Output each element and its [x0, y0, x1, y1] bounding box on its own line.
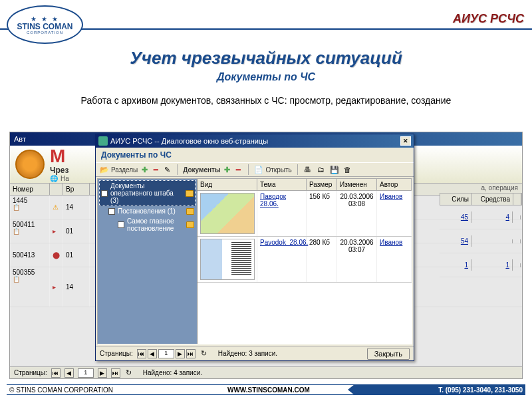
footer-copyright: © STINS COMAN CORPORATION — [7, 386, 183, 394]
bg-header-row3: 🌐 На — [50, 175, 69, 182]
bg-titlebar-text-left: Авт — [14, 135, 26, 143]
cell-sredstva[interactable]: 1 — [471, 259, 513, 271]
section-edit-button[interactable]: ✎ — [162, 165, 172, 174]
doc-avtor-link[interactable]: Иванов — [380, 239, 402, 246]
dialog-subtitle: Документы по ЧС — [96, 148, 414, 162]
doc-rows: Паводок 28.06. 156 Кб 20.03.2006 03:08 И… — [198, 191, 412, 344]
doc-thumbnail[interactable] — [200, 239, 255, 280]
tree-item[interactable]: Самое главное постановление — [99, 216, 196, 233]
row-vr: 14 — [63, 196, 90, 219]
dlg-found-label: Найдено: 3 записи. — [218, 350, 277, 357]
logo-stars: ★ ★ ★ — [31, 15, 59, 23]
doc-column-headers: Вид Тема Размер Изменен Автор — [198, 179, 412, 191]
folder-icon — [186, 190, 194, 197]
col-blank — [50, 184, 63, 195]
open-group[interactable]: 📄 Открыть — [254, 165, 291, 174]
tool-icon-1[interactable]: 🖶 — [303, 165, 313, 174]
doc-thumbnail[interactable] — [200, 193, 255, 234]
cell-sredstva[interactable]: 4 — [471, 211, 513, 223]
dlg-pages-label: Страницы: — [100, 350, 133, 357]
logo-subtext: CORPORATION — [27, 31, 63, 35]
right-row: 45 4 — [440, 205, 522, 229]
tool-icon-4[interactable]: 🗑 — [343, 165, 352, 174]
checkbox-icon[interactable] — [108, 208, 115, 215]
save-icon[interactable]: 💾 — [330, 165, 339, 174]
page-footer: © STINS COMAN CORPORATION WWW.STINSCOMAN… — [7, 384, 525, 395]
row-vr: 01 — [63, 219, 90, 243]
dialog: АИУС РСЧС -- Диалоговое окно веб-страниц… — [95, 134, 414, 361]
close-icon[interactable]: ✕ — [400, 136, 411, 146]
dialog-titlebar[interactable]: АИУС РСЧС -- Диалоговое окно веб-страниц… — [96, 134, 414, 148]
cell-sredstva — [471, 239, 513, 243]
tree-label: Самое главное постановление — [127, 217, 184, 232]
cell-sily[interactable]: 1 — [440, 259, 471, 271]
brand-right: АИУС РСЧС — [453, 12, 524, 26]
checkbox-icon[interactable] — [101, 190, 108, 197]
document-area: Вид Тема Размер Изменен Автор Паводок 28… — [198, 179, 412, 344]
page-last-button[interactable]: ⏭ — [111, 368, 120, 378]
bg-found-label: Найдено: 4 записи. — [143, 369, 202, 376]
page-first-button[interactable]: ⏮ — [137, 349, 146, 358]
doc-tema-link[interactable]: Pavodok_28.06. — [260, 239, 308, 246]
page-select[interactable]: 1 — [158, 349, 174, 358]
page-next-button[interactable]: ▶ — [98, 368, 107, 378]
tool-icon-2[interactable]: 🗂 — [317, 165, 326, 174]
col-vr[interactable]: Вр — [63, 184, 90, 195]
section-add-button[interactable]: ✚ — [140, 165, 149, 174]
sections-label: Разделы — [111, 166, 138, 174]
dialog-footer: Страницы: ⏮ ◀ 1 ▶ ⏭ ↻ Найдено: 3 записи.… — [96, 346, 414, 360]
app-window: Авт М Чрез 🌐 На Номер Вр 1445 📋 — [9, 132, 523, 379]
col-sily[interactable]: Силы — [440, 194, 472, 205]
col-izmenen[interactable]: Изменен — [337, 179, 377, 190]
emblem-icon — [15, 150, 45, 179]
page-title: Учет чрезвычайных ситуаций — [0, 48, 532, 68]
footer-phone: Т. (095) 231-3040, 231-3050 — [354, 385, 525, 394]
bg-pages-label: Страницы: — [14, 369, 47, 376]
tree-panel: Документы оперативного штаба (3) Постано… — [98, 179, 198, 344]
cell-sily[interactable]: 45 — [440, 211, 471, 223]
doc-tema-link[interactable]: Паводок 28.06. — [260, 193, 286, 207]
doc-izmenen: 20.03.2006 03:08 — [337, 191, 377, 236]
pager: ⏮ ◀ 1 ▶ ⏭ — [137, 349, 196, 358]
checkbox-icon[interactable] — [118, 221, 124, 228]
page-description: Работа с архивом документов, связанных с… — [0, 95, 532, 106]
refresh-icon[interactable]: ↻ — [124, 368, 134, 378]
documents-group: Документы ✚ ━ — [183, 165, 243, 174]
close-button[interactable]: Закрыть — [367, 348, 410, 360]
documents-label: Документы — [183, 166, 220, 174]
doc-row[interactable]: Паводок 28.06. 156 Кб 20.03.2006 03:08 И… — [198, 191, 412, 237]
open-label: Открыть — [265, 166, 291, 174]
col-vid[interactable]: Вид — [198, 179, 257, 190]
col-sredstva[interactable]: Средства — [472, 194, 513, 205]
bg-header-row3-text: На — [61, 175, 69, 182]
cell-sily[interactable]: 54 — [440, 235, 471, 247]
page-prev-button[interactable]: ◀ — [148, 349, 157, 358]
page-select[interactable]: 1 — [78, 368, 94, 378]
doc-remove-button[interactable]: ━ — [233, 165, 243, 174]
open-icon: 📄 — [254, 165, 263, 174]
col-razmer[interactable]: Размер — [307, 179, 337, 190]
col-avtor[interactable]: Автор — [377, 179, 412, 190]
row-nomer: 1445 — [13, 197, 27, 204]
col-nomer[interactable]: Номер — [10, 184, 50, 195]
doc-row[interactable]: Pavodok_28.06. 280 Кб 20.03.2006 03:07 И… — [198, 237, 412, 283]
dialog-body: Документы оперативного штаба (3) Постано… — [97, 178, 412, 344]
page-last-button[interactable]: ⏭ — [186, 349, 196, 358]
col-tema[interactable]: Тема — [257, 179, 307, 190]
row-nomer: 500411 — [13, 221, 35, 228]
tree-item[interactable]: Постановления (1) — [99, 206, 196, 216]
bg-right-columns: а, операция Силы Средства 45 4 54 1 1 — [440, 183, 522, 277]
tree-label: Документы оперативного штаба (3) — [110, 182, 183, 204]
section-remove-button[interactable]: ━ — [151, 165, 160, 174]
doc-izmenen: 20.03.2006 03:07 — [337, 237, 377, 282]
refresh-icon[interactable]: ↻ — [200, 349, 209, 358]
tree-item[interactable]: Документы оперативного штаба (3) — [99, 180, 196, 206]
bg-right-label: а, операция — [440, 183, 522, 193]
logo-text: STINS COMAN — [17, 23, 73, 31]
doc-add-button[interactable]: ✚ — [222, 165, 231, 174]
doc-avtor-link[interactable]: Иванов — [380, 193, 402, 200]
page-next-button[interactable]: ▶ — [176, 349, 185, 358]
doc-razmer: 280 Кб — [307, 237, 337, 282]
page-first-button[interactable]: ⏮ — [51, 368, 61, 378]
page-prev-button[interactable]: ◀ — [65, 368, 74, 378]
